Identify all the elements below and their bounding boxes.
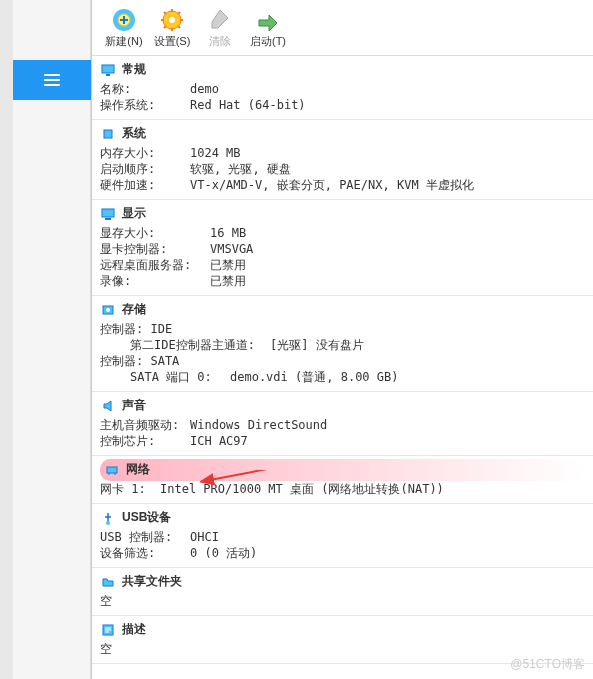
- general-title: 常规: [122, 61, 146, 78]
- gear-icon: [158, 6, 186, 34]
- folder-icon: [100, 574, 116, 590]
- section-network[interactable]: 网络 网卡 1:Intel PRO/1000 MT 桌面 (网络地址转换(NAT…: [92, 456, 593, 504]
- usb-icon: [100, 510, 116, 526]
- network-icon: [104, 462, 120, 478]
- clear-icon: [206, 6, 234, 34]
- svg-rect-5: [106, 74, 110, 76]
- desc-icon: [100, 622, 116, 638]
- settings-label: 设置(S): [154, 34, 191, 49]
- monitor-icon: [100, 62, 116, 78]
- svg-rect-7: [102, 209, 114, 217]
- section-usb[interactable]: USB设备 USB 控制器:OHCI 设备筛选:0 (0 活动): [92, 504, 593, 568]
- clear-label: 清除: [209, 34, 231, 49]
- clear-button: 清除: [196, 4, 244, 51]
- section-shared[interactable]: 共享文件夹 空: [92, 568, 593, 616]
- audio-icon: [100, 398, 116, 414]
- section-display[interactable]: 显示 显存大小:16 MB 显卡控制器:VMSVGA 远程桌面服务器:已禁用 录…: [92, 200, 593, 296]
- start-button[interactable]: 启动(T): [244, 4, 292, 51]
- new-button[interactable]: 新建(N): [100, 4, 148, 51]
- list-icon: [44, 74, 60, 86]
- network-title: 网络: [126, 461, 150, 478]
- svg-rect-4: [102, 65, 114, 73]
- usb-title: USB设备: [122, 509, 171, 526]
- watermark: @51CTO博客: [510, 656, 585, 673]
- start-label: 启动(T): [250, 34, 286, 49]
- display-title: 显示: [122, 205, 146, 222]
- svg-rect-11: [107, 467, 117, 473]
- section-storage[interactable]: 存储 控制器: IDE 第二IDE控制器主通道:[光驱] 没有盘片 控制器: S…: [92, 296, 593, 392]
- sidebar: [13, 0, 91, 679]
- audio-title: 声音: [122, 397, 146, 414]
- svg-point-10: [106, 308, 110, 312]
- svg-point-12: [106, 521, 110, 525]
- toolbar: 新建(N) 设置(S) 清除 启动(T): [92, 0, 593, 56]
- storage-icon: [100, 302, 116, 318]
- settings-button[interactable]: 设置(S): [148, 4, 196, 51]
- system-title: 系统: [122, 125, 146, 142]
- new-icon: [110, 6, 138, 34]
- sidebar-tab-list[interactable]: [13, 60, 91, 100]
- main-panel: 新建(N) 设置(S) 清除 启动(T): [91, 0, 593, 679]
- section-audio[interactable]: 声音 主机音频驱动:Windows DirectSound 控制芯片:ICH A…: [92, 392, 593, 456]
- desc-title: 描述: [122, 621, 146, 638]
- display-icon: [100, 206, 116, 222]
- storage-title: 存储: [122, 301, 146, 318]
- svg-point-3: [169, 17, 175, 23]
- new-label: 新建(N): [105, 34, 142, 49]
- svg-rect-8: [105, 218, 111, 220]
- start-icon: [254, 6, 282, 34]
- svg-rect-6: [104, 130, 112, 138]
- shared-title: 共享文件夹: [122, 573, 182, 590]
- section-general[interactable]: 常规 名称:demo 操作系统:Red Hat (64-bit): [92, 56, 593, 120]
- section-system[interactable]: 系统 内存大小:1024 MB 启动顺序:软驱, 光驱, 硬盘 硬件加速:VT-…: [92, 120, 593, 200]
- chip-icon: [100, 126, 116, 142]
